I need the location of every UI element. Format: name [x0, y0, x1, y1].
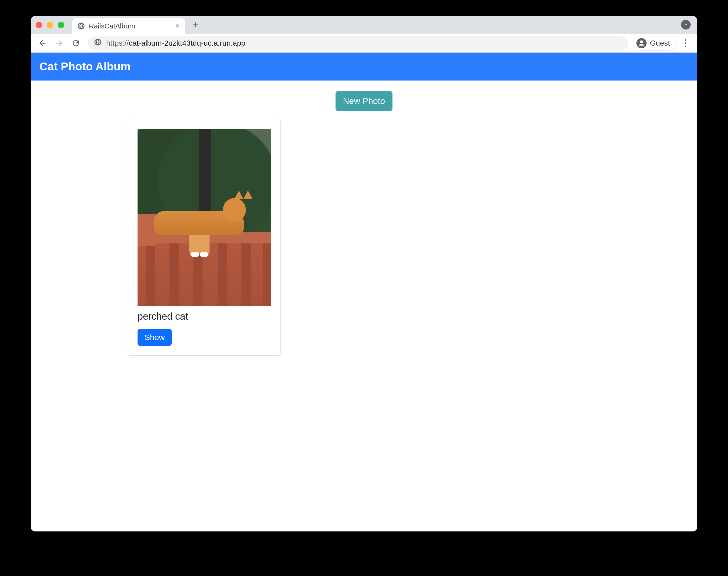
app-header: Cat Photo Album: [31, 53, 697, 81]
photo-card: perched cat Show: [128, 119, 281, 356]
show-button[interactable]: Show: [138, 329, 172, 346]
address-bar[interactable]: https://cat-album-2uzkt43tdq-uc.a.run.ap…: [88, 36, 628, 51]
browser-toolbar: https://cat-album-2uzkt43tdq-uc.a.run.ap…: [31, 34, 697, 53]
photo-caption: perched cat: [138, 311, 271, 322]
profile-button[interactable]: Guest: [633, 36, 676, 51]
url-host: cat-album-2uzkt43tdq-uc.a.run.app: [129, 39, 245, 48]
new-tab-button[interactable]: +: [189, 18, 202, 32]
svg-point-2: [685, 46, 686, 47]
site-info-icon[interactable]: [94, 38, 102, 48]
browser-tab[interactable]: RailsCatAlbum ×: [72, 18, 185, 34]
browser-menu-button[interactable]: [678, 36, 693, 51]
browser-window: RailsCatAlbum × + https://cat-album-2uzk…: [31, 16, 697, 531]
reload-button[interactable]: [69, 36, 83, 51]
back-button[interactable]: [35, 36, 50, 51]
tab-strip: RailsCatAlbum × +: [31, 16, 697, 34]
photo-thumbnail[interactable]: [138, 129, 271, 306]
page-title: Cat Photo Album: [39, 60, 131, 73]
url-text: https://cat-album-2uzkt43tdq-uc.a.run.ap…: [106, 39, 245, 48]
svg-point-0: [685, 39, 686, 41]
window-close-button[interactable]: [36, 22, 42, 28]
person-icon: [637, 38, 647, 48]
new-photo-wrap: New Photo: [31, 91, 697, 111]
url-protocol: https://: [106, 39, 129, 48]
window-controls: [36, 22, 64, 28]
window-minimize-button[interactable]: [47, 22, 53, 28]
tab-search-button[interactable]: [681, 20, 691, 30]
page-viewport: Cat Photo Album New Photo: [31, 53, 697, 531]
svg-point-1: [685, 42, 686, 44]
globe-icon: [77, 22, 85, 30]
page-content: New Photo: [31, 81, 697, 356]
tab-close-button[interactable]: ×: [176, 22, 180, 30]
tab-title: RailsCatAlbum: [89, 22, 176, 30]
forward-button[interactable]: [52, 36, 66, 51]
new-photo-button[interactable]: New Photo: [335, 91, 393, 111]
profile-label: Guest: [650, 39, 670, 48]
window-fullscreen-button[interactable]: [58, 22, 64, 28]
photo-grid: perched cat Show: [31, 119, 697, 356]
